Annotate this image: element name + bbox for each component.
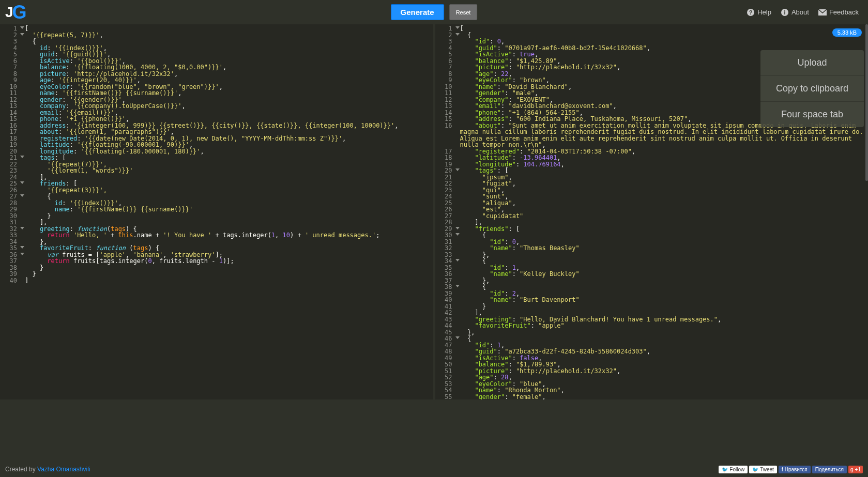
tweet-label: Tweet [760, 467, 774, 472]
scroll-thumb[interactable] [865, 24, 868, 181]
about-label: About [791, 8, 809, 16]
reset-button[interactable]: Reset [449, 4, 478, 20]
follow-label: Follow [729, 467, 744, 472]
fb-share-button[interactable]: Поделиться [812, 466, 847, 473]
share-label: Поделиться [815, 467, 844, 472]
gplus-icon: g [850, 467, 854, 472]
size-badge: 5.33 kB [832, 28, 862, 37]
twitter-tweet-button[interactable]: 🐦Tweet [749, 466, 777, 473]
footer-left: Created by Vazha Omanashvili [5, 466, 90, 473]
gplus-label: +1 [855, 467, 861, 472]
scrollbar[interactable] [865, 24, 868, 399]
left-code[interactable]: [ '{{repeat(5, 7)}}', { id: '{{index()}}… [25, 25, 433, 284]
help-icon: ? [747, 8, 755, 17]
tab-button[interactable]: Four space tab [760, 102, 864, 127]
feedback-label: Feedback [829, 8, 859, 16]
logo-g: G [12, 2, 27, 23]
twitter-follow-button[interactable]: 🐦Follow [719, 466, 748, 473]
header-center: Generate Reset [391, 4, 478, 20]
header: J G Generate Reset ? Help i About Feedba… [0, 0, 868, 24]
author-link[interactable]: Vazha Omanashvili [37, 466, 90, 473]
header-right: ? Help i About Feedback [747, 8, 863, 17]
twitter-icon: 🐦 [752, 467, 758, 472]
right-gutter: 1234567891011121314151617181920212223242… [435, 24, 460, 399]
fb-icon: f [782, 467, 783, 472]
side-panel: Upload Copy to clipboard Four space tab [760, 50, 864, 127]
footer-right: 🐦Follow 🐦Tweet fНравится Поделиться g+1 [719, 466, 863, 473]
footer: Created by Vazha Omanashvili 🐦Follow 🐦Tw… [0, 461, 868, 477]
logo[interactable]: J G [5, 2, 27, 23]
svg-text:?: ? [749, 9, 753, 16]
twitter-icon: 🐦 [722, 467, 728, 472]
copy-button[interactable]: Copy to clipboard [760, 76, 864, 102]
generate-button[interactable]: Generate [391, 4, 444, 20]
mail-icon [818, 8, 827, 17]
about-link[interactable]: i About [781, 8, 809, 17]
main: 1234567891011121314151617181920212223242… [0, 24, 868, 399]
output-editor[interactable]: 5.33 kB Upload Copy to clipboard Four sp… [435, 24, 869, 399]
upload-button[interactable]: Upload [760, 50, 864, 76]
svg-text:i: i [784, 9, 785, 16]
help-label: Help [757, 8, 771, 16]
feedback-link[interactable]: Feedback [818, 8, 859, 17]
created-by: Created by [5, 466, 37, 473]
fb-like-button[interactable]: fНравится [779, 466, 811, 473]
gplus-button[interactable]: g+1 [848, 466, 863, 473]
like-label: Нравится [785, 467, 808, 472]
info-icon: i [781, 8, 789, 17]
template-editor[interactable]: 1234567891011121314151617181920212223242… [0, 24, 435, 399]
left-gutter: 1234567891011121314151617181920212223242… [0, 24, 25, 284]
help-link[interactable]: ? Help [747, 8, 771, 17]
